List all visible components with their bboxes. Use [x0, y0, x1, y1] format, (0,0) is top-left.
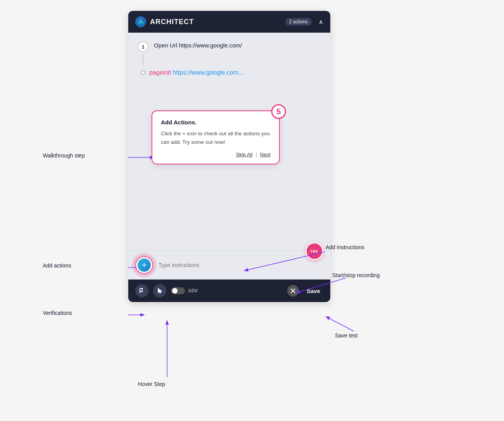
adv-toggle[interactable]: ADV: [171, 287, 198, 294]
verifications-button[interactable]: [135, 284, 148, 297]
architect-panel: ARCHITECT 2 actions ∧ 1 Open Url https:/…: [128, 11, 330, 302]
save-test-label: Save test: [335, 332, 358, 339]
sub-step-item: pageinit https://www.google.com...: [138, 69, 321, 76]
step-number: 1: [138, 41, 148, 52]
step-text: Open Url https://www.google.com/: [154, 40, 242, 49]
svg-line-8: [326, 317, 354, 331]
x-icon: [290, 288, 296, 293]
page-container: ARCHITECT 2 actions ∧ 1 Open Url https:/…: [0, 0, 504, 421]
actions-badge: 2 actions: [285, 18, 312, 26]
hover-step-label: Hover Step: [138, 381, 165, 387]
close-button[interactable]: [287, 285, 299, 297]
header-title: ARCHITECT: [150, 18, 281, 26]
hover-step-button[interactable]: [153, 284, 166, 297]
tooltip-actions: Skip All | Next: [161, 152, 270, 157]
toggle-knob: [172, 288, 178, 293]
chevron-up-icon[interactable]: ∧: [319, 18, 323, 26]
save-button[interactable]: Save: [303, 286, 323, 296]
add-actions-label: Add actions: [43, 262, 71, 269]
substep-keyword: pageinit: [149, 69, 171, 76]
adv-toggle-switch[interactable]: [171, 287, 185, 294]
plus-icon: +: [138, 259, 151, 272]
architect-header: ARCHITECT 2 actions ∧: [128, 11, 330, 33]
next-button[interactable]: Next: [260, 152, 270, 157]
footer-bar: ADV Save: [128, 280, 330, 302]
cursor-icon: [157, 288, 163, 294]
svg-point-1: [140, 19, 141, 20]
add-actions-button[interactable]: +: [135, 256, 153, 274]
add-instructions-label: Add instructions: [326, 244, 364, 250]
architect-content: 1 Open Url https://www.google.com/ pagei…: [128, 33, 330, 250]
walkthrough-tooltip: 5 Add Actions. Click the + icon to check…: [152, 110, 280, 164]
tooltip-step-badge: 5: [271, 104, 286, 119]
instructions-input[interactable]: [159, 262, 323, 268]
start-stop-recording-label: Start/stop recording: [332, 272, 380, 278]
adv-label: ADV: [188, 288, 198, 293]
add-btn-circle[interactable]: +: [135, 256, 153, 274]
tooltip-divider: |: [256, 152, 257, 157]
skip-all-button[interactable]: Skip All: [236, 152, 253, 157]
architect-logo-icon: [135, 16, 146, 27]
svg-point-0: [135, 16, 146, 27]
flag-icon: [139, 288, 145, 294]
step-1-item: 1 Open Url https://www.google.com/: [138, 40, 321, 52]
tooltip-title: Add Actions.: [161, 119, 270, 126]
walkthrough-step-label: Walkthrough step: [43, 152, 85, 159]
sub-step-dot: [141, 70, 145, 75]
rec-button[interactable]: rec: [305, 242, 323, 260]
verifications-label: Verifications: [43, 310, 72, 316]
substep-url: https://www.google.com...: [173, 69, 244, 76]
input-bar: + rec: [128, 250, 330, 280]
tooltip-body: Click the + icon to check out all the ac…: [161, 129, 270, 146]
